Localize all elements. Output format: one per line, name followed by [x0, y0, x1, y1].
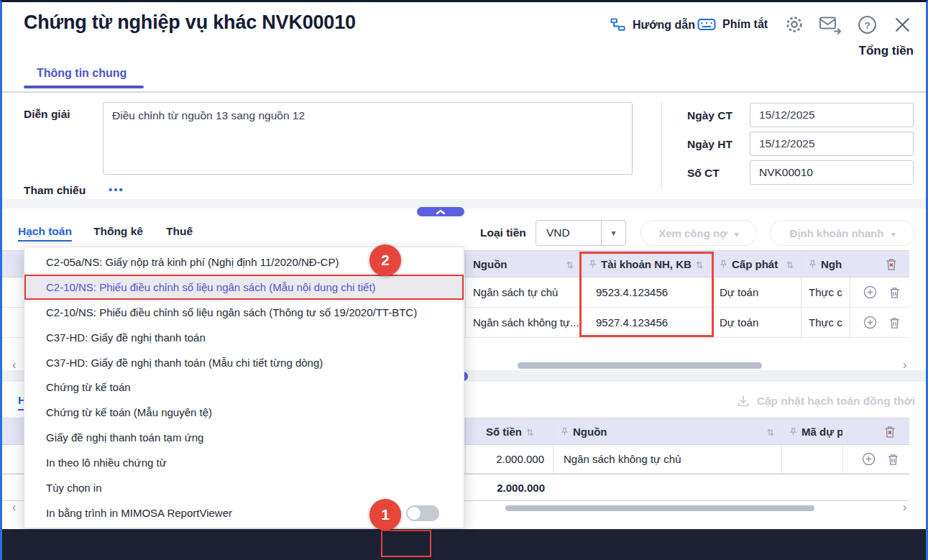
svg-text:?: ?: [864, 20, 870, 31]
pin-icon[interactable]: [561, 427, 569, 436]
currency-label: Loại tiền: [480, 226, 526, 239]
download-update-icon: [736, 394, 750, 408]
grid1-col-ngh[interactable]: Ngh: [801, 251, 850, 277]
form-vertical-divider: [661, 102, 662, 188]
menu-item-in-theo-lo[interactable]: In theo lô nhiều chứng từ: [24, 450, 464, 475]
cell-taikhoan[interactable]: 9527.4.123456: [582, 308, 712, 337]
trash-x-icon[interactable]: [885, 257, 898, 271]
grid2-col-nguon[interactable]: Nguồn: [553, 418, 782, 444]
sort-icon[interactable]: [566, 258, 574, 270]
chevron-up-icon: [436, 209, 446, 215]
description-input[interactable]: Điều chỉnh từ nguồn 13 sang nguồn 12: [103, 102, 633, 175]
tab-thong-ke[interactable]: Thống kê: [93, 225, 143, 238]
pin-icon[interactable]: [589, 260, 597, 269]
currency-select[interactable]: VND: [536, 220, 626, 246]
grid1-col-capphat[interactable]: Cấp phát: [712, 251, 801, 277]
add-row-icon[interactable]: [862, 452, 876, 466]
reference-more-button[interactable]: [109, 183, 124, 196]
sort-icon[interactable]: [767, 426, 774, 438]
section-divider-band: [2, 199, 926, 208]
cell-sotien[interactable]: 2.000.000: [466, 445, 553, 473]
mimosa-reportviewer-toggle[interactable]: [406, 505, 439, 521]
bottom-toolbar: Đóng Nạp Tiện ích: [2, 529, 926, 560]
xem-cong-no-label: Xem công nợ: [658, 227, 727, 239]
grid2-hscroll-thumb[interactable]: [505, 505, 814, 511]
tab-thue[interactable]: Thuế: [166, 225, 193, 238]
scroll-left-icon[interactable]: ‹: [12, 502, 16, 513]
total-amount-label: Tổng tiền: [814, 44, 914, 58]
cell-nguon[interactable]: Ngân sách không tự...: [466, 308, 582, 337]
delete-row-icon[interactable]: [888, 286, 901, 299]
settings-gear-icon[interactable]: [784, 14, 804, 35]
scroll-right-icon[interactable]: ›: [903, 359, 906, 371]
cell-ngh[interactable]: Thực c: [801, 277, 850, 307]
grid1-hscroll-thumb[interactable]: [518, 362, 762, 369]
shortcuts-label: Phím tắt: [722, 18, 768, 31]
menu-item-c37-hd[interactable]: C37-HD: Giấy đề nghị thanh toán: [24, 325, 464, 350]
currency-value: VND: [536, 226, 601, 239]
delete-row-icon[interactable]: [888, 316, 901, 329]
grid2-col-sotien[interactable]: Số tiền: [466, 418, 553, 444]
doc-date-label: Ngày CT: [687, 109, 732, 122]
sort-icon[interactable]: [696, 258, 703, 270]
shortcuts-button[interactable]: Phím tắt: [697, 17, 768, 32]
pin-icon[interactable]: [789, 427, 797, 436]
description-label: Diễn giải: [24, 108, 70, 121]
workflow-icon: [610, 17, 626, 33]
grid2-delete-all-header[interactable]: [843, 418, 909, 444]
dinh-khoan-nhanh-label: Định khoản nhanh: [790, 227, 884, 239]
delete-row-icon[interactable]: [887, 453, 899, 466]
active-tab-underline: [24, 86, 144, 88]
menu-item-c37-hd-chi-tiet[interactable]: C37-HD: Giấy đề nghị thanh toán (Mẫu chi…: [24, 350, 464, 375]
grid1-col-nguon[interactable]: Nguồn: [466, 251, 582, 277]
post-date-input[interactable]: 15/12/2025: [750, 132, 914, 156]
menu-item-c2-10-thong-tu-19[interactable]: C2-10/NS: Phiếu điều chỉnh số liệu ngân …: [24, 300, 464, 325]
tab-hach-toan[interactable]: Hạch toán: [18, 225, 72, 242]
cell-nguon[interactable]: Ngân sách tự chủ: [466, 277, 582, 307]
scroll-right-icon[interactable]: ›: [903, 502, 906, 513]
send-mail-icon[interactable]: [819, 16, 842, 35]
cell-taikhoan[interactable]: 9523.4.123456: [582, 277, 712, 307]
chevron-down-icon: [601, 221, 625, 245]
pin-icon[interactable]: [809, 260, 817, 269]
close-icon[interactable]: [893, 16, 911, 34]
annotation-step-2-badge: 2: [369, 244, 401, 276]
sort-icon[interactable]: [786, 258, 794, 270]
collapse-header-pill[interactable]: [417, 207, 464, 216]
cell-capphat[interactable]: Dự toán: [712, 277, 801, 307]
help-guide-button[interactable]: Hướng dẫn: [610, 17, 695, 33]
pin-icon[interactable]: [720, 260, 727, 269]
reference-label: Tham chiếu: [24, 184, 86, 197]
annotation-step-1-badge: 1: [369, 499, 401, 531]
cell-madu[interactable]: [782, 445, 843, 473]
menu-item-chung-tu-ke-toan[interactable]: Chứng từ kế toán: [24, 375, 464, 400]
add-row-icon[interactable]: [863, 316, 877, 329]
xem-cong-no-button[interactable]: Xem công nợ: [640, 220, 757, 246]
grid2-total-value: 2.000.000: [466, 474, 553, 500]
scroll-left-icon[interactable]: ‹: [12, 359, 16, 371]
header-divider: [2, 91, 926, 93]
grid1-col-taikhoan[interactable]: Tài khoản NH, KB: [582, 251, 712, 277]
page-title: Chứng từ nghiệp vụ khác NVK00010: [24, 12, 356, 34]
keyboard-icon: [697, 17, 716, 32]
menu-item-tuy-chon-in[interactable]: Tùy chọn in: [24, 475, 464, 500]
help-question-icon[interactable]: ?: [858, 15, 877, 35]
menu-item-chung-tu-ke-toan-nguyen-te[interactable]: Chứng từ kế toán (Mẫu nguyên tệ): [24, 400, 464, 425]
cell-capphat[interactable]: Dự toán: [712, 308, 801, 337]
update-simultaneous-button[interactable]: Cập nhật hạch toán đồng thời: [692, 394, 915, 408]
cell-ngh[interactable]: Thực c: [801, 308, 850, 337]
menu-item-c2-10-noi-dung-chi-tiet[interactable]: C2-10/NS: Phiếu điều chỉnh số liệu ngân …: [24, 275, 464, 300]
cell-nguon[interactable]: Ngân sách không tự chủ: [553, 445, 782, 473]
tab-thong-tin-chung[interactable]: Thông tin chung: [37, 67, 127, 80]
grid1-delete-all-header[interactable]: [850, 251, 909, 277]
menu-item-giay-de-nghi-tam-ung[interactable]: Giấy đề nghị thanh toán tạm ứng: [24, 425, 464, 450]
add-row-icon[interactable]: [863, 285, 877, 299]
help-guide-label: Hướng dẫn: [633, 19, 695, 32]
grid2-col-madu[interactable]: Mã dự p: [782, 418, 843, 444]
doc-date-input[interactable]: 15/12/2025: [750, 103, 914, 127]
doc-number-input[interactable]: NVK00010: [750, 160, 914, 185]
dinh-khoan-nhanh-button[interactable]: Định khoản nhanh: [770, 220, 915, 246]
post-date-label: Ngày HT: [687, 138, 732, 151]
sort-icon[interactable]: [526, 426, 533, 438]
trash-x-icon[interactable]: [883, 425, 896, 439]
